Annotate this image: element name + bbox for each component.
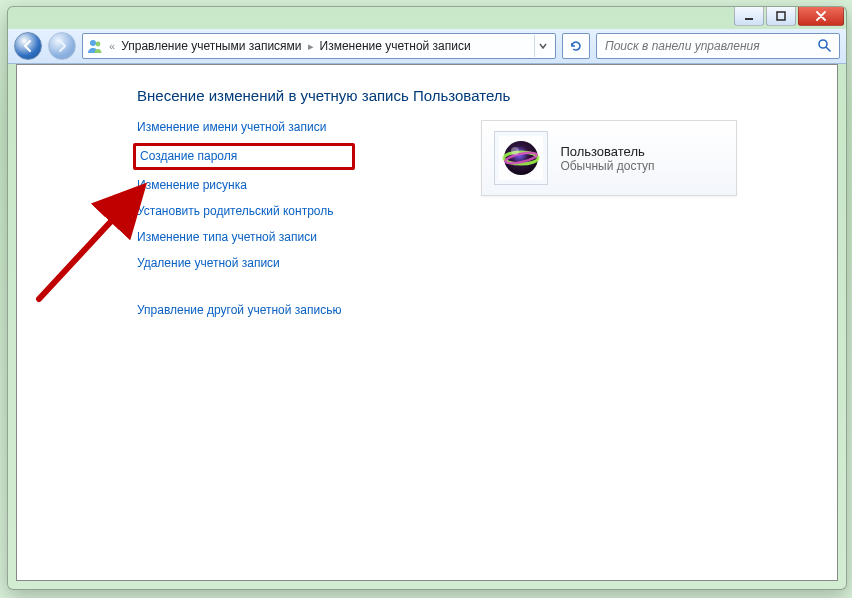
link-delete-account[interactable]: Удаление учетной записи: [137, 256, 341, 271]
maximize-button[interactable]: [766, 7, 796, 26]
svg-point-9: [511, 147, 519, 155]
link-change-picture[interactable]: Изменение рисунка: [137, 178, 341, 193]
breadcrumb-separator-icon: ▸: [308, 40, 314, 53]
user-role: Обычный доступ: [560, 159, 654, 173]
user-card: Пользователь Обычный доступ: [481, 120, 737, 196]
user-name: Пользователь: [560, 144, 654, 159]
user-accounts-icon: [87, 38, 103, 54]
breadcrumb-segment[interactable]: Изменение учетной записи: [320, 39, 471, 53]
address-bar[interactable]: « Управление учетными записями ▸ Изменен…: [82, 33, 556, 59]
client-area: Внесение изменений в учетную запись Поль…: [16, 64, 838, 581]
titlebar: [8, 7, 846, 29]
breadcrumb-segment[interactable]: Управление учетными записями: [121, 39, 301, 53]
svg-rect-1: [777, 12, 785, 20]
search-icon: [817, 38, 833, 54]
control-panel-window: « Управление учетными записями ▸ Изменен…: [7, 6, 847, 590]
svg-rect-0: [745, 18, 753, 20]
link-parental-controls[interactable]: Установить родительский контроль: [137, 204, 341, 219]
navbar: « Управление учетными записями ▸ Изменен…: [8, 29, 846, 64]
search-box[interactable]: [596, 33, 840, 59]
avatar: [494, 131, 548, 185]
forward-button[interactable]: [48, 32, 76, 60]
link-create-password[interactable]: Создание пароля: [140, 149, 237, 164]
search-input[interactable]: [603, 38, 817, 54]
svg-point-2: [90, 40, 96, 46]
close-button[interactable]: [798, 7, 844, 26]
account-actions-list: Изменение имени учетной записи Создание …: [137, 120, 341, 318]
breadcrumb-chevron-icon: «: [109, 40, 115, 52]
back-button[interactable]: [14, 32, 42, 60]
minimize-button[interactable]: [734, 7, 764, 26]
refresh-button[interactable]: [562, 33, 590, 59]
svg-point-3: [96, 42, 101, 47]
address-dropdown-button[interactable]: [534, 35, 551, 57]
link-change-type[interactable]: Изменение типа учетной записи: [137, 230, 341, 245]
link-manage-other[interactable]: Управление другой учетной записью: [137, 303, 341, 318]
link-change-name[interactable]: Изменение имени учетной записи: [137, 120, 341, 135]
page-title: Внесение изменений в учетную запись Поль…: [137, 87, 817, 104]
